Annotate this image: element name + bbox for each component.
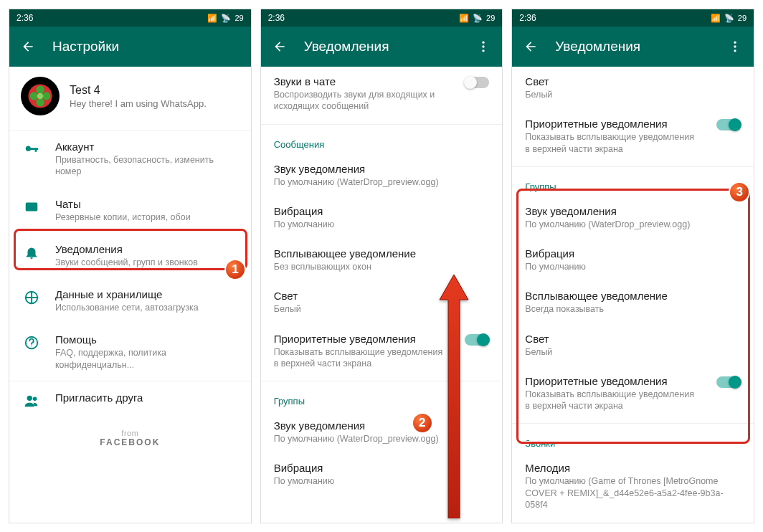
- pref-grp-popup[interactable]: Всплывающее уведомлениеВсегда показывать: [512, 281, 754, 323]
- row-sub: Белый: [525, 346, 697, 358]
- pref-chat-sounds[interactable]: Звуки в чате Воспроизводить звуки для вх…: [261, 67, 503, 121]
- toggle-priority[interactable]: [716, 119, 741, 130]
- row-sub: По умолчанию (WaterDrop_preview.ogg): [274, 433, 446, 445]
- row-title: Свет: [525, 333, 741, 345]
- pref-priority[interactable]: Приоритетные уведомленияПоказывать всплы…: [512, 109, 754, 163]
- row-title: Свет: [274, 290, 490, 302]
- pref-light[interactable]: СветБелый: [512, 67, 754, 109]
- section-messages: Сообщения: [261, 128, 503, 154]
- toggle-msg-priority[interactable]: [465, 334, 489, 346]
- row-sub: По умолчанию: [525, 261, 697, 272]
- pref-grp-sound[interactable]: Звук уведомленияПо умолчанию (WaterDrop_…: [261, 411, 503, 453]
- svg-point-3: [30, 92, 39, 100]
- svg-point-15: [734, 42, 736, 44]
- appbar: Уведомления: [261, 27, 503, 67]
- row-sub: Белый: [274, 303, 446, 315]
- pref-grp-vibration[interactable]: ВибрацияПо умолчанию: [512, 239, 754, 281]
- section-calls: Звонки: [512, 427, 754, 453]
- row-sub: По умолчанию (WaterDrop_preview.ogg): [525, 219, 697, 230]
- profile-name: Test 4: [70, 84, 207, 97]
- section-groups: Группы: [512, 170, 754, 196]
- pref-call-ringtone[interactable]: МелодияПо умолчанию (Game of Thrones [Me…: [512, 453, 754, 519]
- svg-point-12: [483, 42, 485, 44]
- row-title: Всплывающее уведомление: [274, 247, 490, 260]
- row-title: Пригласить друга: [55, 391, 143, 404]
- pref-grp-vibration[interactable]: ВибрацияПо умолчанию: [261, 453, 503, 495]
- row-sub: По умолчанию: [274, 475, 446, 487]
- divider: [512, 423, 754, 424]
- settings-item-help[interactable]: ПомощьFAQ, поддержка, политика конфиденц…: [9, 323, 251, 381]
- toggle-grp-priority[interactable]: [716, 376, 741, 388]
- pref-grp-priority[interactable]: Приоритетные уведомленияПоказывать всплы…: [512, 366, 754, 421]
- row-title: Уведомления: [55, 243, 198, 255]
- row-sub: Воспроизводить звуки для входящих и исхо…: [274, 89, 446, 113]
- bell-icon: [24, 244, 39, 263]
- svg-point-13: [483, 45, 485, 47]
- statusbar: 2:36 📶📡29: [9, 9, 251, 27]
- settings-item-invite[interactable]: Пригласить друга: [9, 381, 251, 422]
- row-sub: Использование сети, автозагрузка: [55, 302, 199, 313]
- row-title: Приоритетные уведомления: [525, 118, 741, 130]
- appbar: Настройки: [9, 27, 251, 67]
- row-title: Помощь: [55, 333, 240, 346]
- page-title: Настройки: [52, 39, 240, 54]
- status-icons: 📶📡29: [207, 14, 243, 23]
- row-sub: Показывать всплывающие уведомления в вер…: [525, 389, 697, 412]
- pref-msg-vibration[interactable]: ВибрацияПо умолчанию: [261, 196, 503, 239]
- status-time: 2:36: [16, 13, 33, 23]
- row-sub: Всегда показывать: [525, 303, 697, 315]
- chat-icon: [24, 199, 39, 218]
- row-title: Звук уведомления: [274, 163, 490, 175]
- toggle-chat-sounds[interactable]: [465, 77, 489, 88]
- profile-row[interactable]: Test 4 Hey there! I am using WhatsApp.: [9, 67, 251, 130]
- footer: from FACEBOOK: [9, 422, 251, 450]
- settings-item-chats[interactable]: ЧатыРезервные копии, история, обои: [9, 188, 251, 233]
- row-sub: Белый: [525, 89, 697, 100]
- row-title: Данные и хранилище: [55, 288, 199, 300]
- key-icon: [24, 142, 39, 161]
- divider: [261, 381, 503, 381]
- row-title: Свет: [525, 75, 741, 87]
- row-title: Звук уведомления: [525, 205, 741, 217]
- footer-brand: FACEBOOK: [9, 437, 251, 447]
- svg-point-14: [483, 49, 485, 52]
- row-sub: Без всплывающих окон: [274, 261, 446, 272]
- row-sub: По умолчанию (Game of Thrones [MetroGnom…: [525, 475, 740, 510]
- row-title: Звук уведомления: [274, 419, 490, 432]
- row-sub: Резервные копии, история, обои: [55, 212, 191, 223]
- settings-item-storage[interactable]: Данные и хранилищеИспользование сети, ав…: [9, 278, 251, 323]
- pref-grp-sound[interactable]: Звук уведомленияПо умолчанию (WaterDrop_…: [512, 196, 754, 239]
- divider: [261, 124, 503, 125]
- row-title: Вибрация: [525, 247, 741, 260]
- page-title: Уведомления: [555, 39, 711, 54]
- section-groups: Группы: [261, 384, 503, 411]
- more-icon[interactable]: [728, 39, 742, 54]
- pref-msg-sound[interactable]: Звук уведомленияПо умолчанию (WaterDrop_…: [261, 154, 503, 196]
- row-sub: Звуки сообщений, групп и звонков: [55, 257, 198, 268]
- statusbar: 2:36 📶📡29: [261, 9, 503, 27]
- pref-msg-priority[interactable]: Приоритетные уведомленияПоказывать всплы…: [261, 324, 503, 379]
- back-icon[interactable]: [272, 39, 287, 54]
- more-icon[interactable]: [476, 39, 490, 54]
- statusbar: 2:36 📶📡29: [512, 9, 754, 27]
- svg-rect-6: [26, 202, 38, 211]
- svg-point-1: [36, 86, 44, 95]
- profile-status: Hey there! I am using WhatsApp.: [70, 98, 207, 109]
- help-icon: [24, 335, 39, 353]
- back-icon[interactable]: [21, 39, 35, 54]
- settings-item-account[interactable]: АккаунтПриватность, безопасность, измени…: [9, 130, 251, 188]
- row-sub: Показывать всплывающие уведомления в вер…: [274, 346, 446, 370]
- page-title: Уведомления: [304, 39, 460, 54]
- row-sub: FAQ, поддержка, политика конфиденциальн.…: [55, 347, 240, 371]
- pref-grp-light[interactable]: СветБелый: [512, 324, 754, 366]
- settings-item-notifications[interactable]: УведомленияЗвуки сообщений, групп и звон…: [9, 233, 251, 278]
- row-sub: По умолчанию (WaterDrop_preview.ogg): [274, 176, 446, 188]
- row-sub: Приватность, безопасность, изменить номе…: [55, 154, 240, 178]
- row-sub: Показывать всплывающие уведомления в вер…: [525, 131, 697, 155]
- row-sub: По умолчанию: [274, 219, 446, 230]
- row-title: Аккаунт: [55, 141, 240, 153]
- pref-msg-light[interactable]: СветБелый: [261, 281, 503, 323]
- back-icon[interactable]: [523, 39, 538, 54]
- pref-msg-popup[interactable]: Всплывающее уведомлениеБез всплывающих о…: [261, 239, 503, 281]
- row-title: Мелодия: [525, 462, 741, 474]
